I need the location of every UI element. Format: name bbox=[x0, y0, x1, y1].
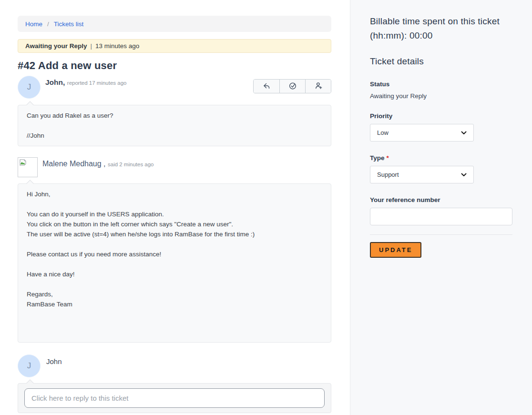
comment-body: Hi John, You can do it yourself in the U… bbox=[18, 183, 331, 343]
comment-toolbar bbox=[253, 79, 331, 93]
status-banner-time: 13 minutes ago bbox=[95, 42, 139, 50]
comment-john: J John, reported 17 minutes ago bbox=[18, 76, 331, 146]
comment-meta: said 2 minutes ago bbox=[108, 162, 154, 167]
avatar-john: J bbox=[18, 76, 41, 99]
broken-image-avatar bbox=[18, 157, 38, 177]
reply-box bbox=[18, 383, 331, 413]
ticket-main-panel: Home / Tickets list Awaiting your Reply … bbox=[0, 0, 350, 415]
type-selected-value: Support bbox=[377, 171, 399, 178]
avatar-john: J bbox=[18, 354, 41, 377]
chevron-down-icon bbox=[461, 129, 467, 136]
person-plus-icon bbox=[314, 81, 323, 91]
priority-selected-value: Low bbox=[377, 129, 389, 136]
reference-number-input[interactable] bbox=[370, 208, 512, 225]
broken-image-icon bbox=[19, 159, 27, 166]
ticket-details-sidebar: Billable time spent on this ticket (hh:m… bbox=[350, 0, 532, 415]
reply-button[interactable] bbox=[254, 80, 279, 93]
breadcrumb-home-link[interactable]: Home bbox=[25, 20, 42, 28]
assign-user-button[interactable] bbox=[305, 80, 331, 93]
status-label: Status bbox=[370, 81, 512, 88]
chevron-down-icon bbox=[461, 171, 467, 178]
comment-malene: Malene Medhaug , said 2 minutes ago Hi J… bbox=[18, 157, 331, 343]
reply-input[interactable] bbox=[24, 388, 325, 408]
sidebar-divider bbox=[370, 234, 512, 235]
status-banner-separator: | bbox=[91, 42, 92, 50]
resolve-button[interactable] bbox=[279, 80, 305, 93]
page-title: #42 Add a new user bbox=[18, 60, 331, 72]
type-select[interactable]: Support bbox=[370, 166, 474, 183]
billable-time-heading: Billable time spent on this ticket (hh:m… bbox=[370, 14, 512, 43]
comment-body: Can you add Rakel as a user? //John bbox=[18, 105, 331, 146]
comment-author: Malene Medhaug , bbox=[42, 160, 106, 168]
comment-author: John, bbox=[45, 78, 65, 86]
status-value: Awaiting your Reply bbox=[370, 92, 512, 100]
ticket-details-heading: Ticket details bbox=[370, 55, 512, 68]
status-banner: Awaiting your Reply | 13 minutes ago bbox=[18, 39, 331, 53]
update-button[interactable]: UPDATE bbox=[370, 242, 421, 258]
reference-number-label: Your reference number bbox=[370, 196, 512, 203]
reply-section: J John bbox=[18, 354, 331, 413]
type-label: Type* bbox=[370, 154, 512, 162]
reply-author: John bbox=[46, 357, 62, 365]
breadcrumb: Home / Tickets list bbox=[18, 16, 331, 32]
check-circle-icon bbox=[288, 81, 297, 91]
breadcrumb-tickets-list-link[interactable]: Tickets list bbox=[54, 20, 84, 28]
status-banner-label: Awaiting your Reply bbox=[25, 42, 87, 50]
comment-meta: reported 17 minutes ago bbox=[67, 80, 127, 86]
priority-select[interactable]: Low bbox=[370, 124, 474, 142]
reply-icon bbox=[262, 81, 271, 91]
priority-label: Priority bbox=[370, 112, 512, 120]
required-marker: * bbox=[387, 154, 389, 162]
breadcrumb-separator: / bbox=[47, 20, 49, 28]
